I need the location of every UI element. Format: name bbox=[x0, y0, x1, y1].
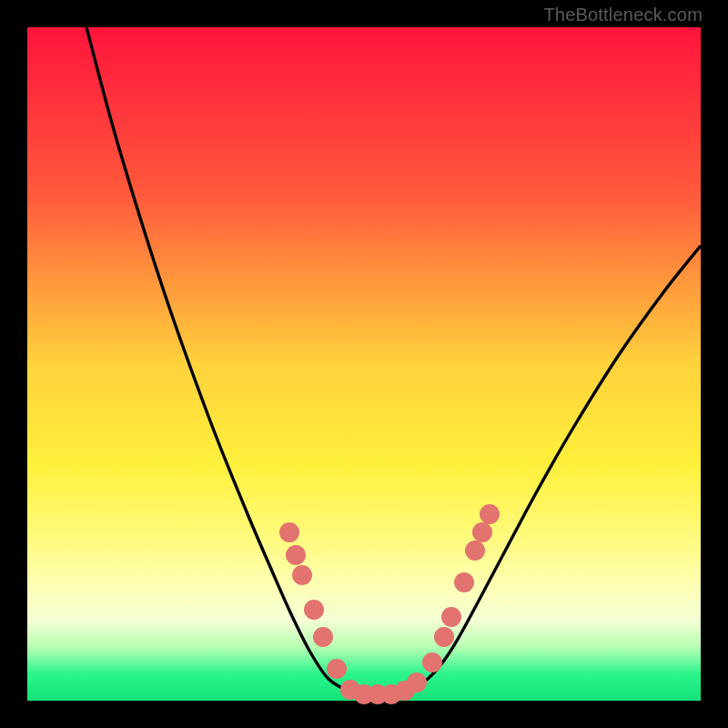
curve-marker bbox=[422, 652, 442, 672]
curve-marker bbox=[454, 572, 474, 592]
curve-marker bbox=[407, 672, 427, 693]
curve-marker bbox=[313, 627, 333, 647]
curve-marker bbox=[434, 627, 454, 647]
chart-frame: TheBottleneck.com bbox=[0, 0, 728, 728]
watermark-text: TheBottleneck.com bbox=[543, 5, 703, 25]
plot-area bbox=[27, 27, 701, 701]
bottleneck-curve bbox=[86, 27, 701, 694]
chart-svg bbox=[27, 27, 701, 701]
curve-marker bbox=[327, 659, 347, 679]
curve-marker bbox=[292, 565, 312, 585]
curve-markers bbox=[279, 504, 500, 704]
curve-marker bbox=[304, 600, 324, 620]
curve-marker bbox=[441, 607, 461, 627]
curve-marker bbox=[472, 522, 492, 542]
curve-marker bbox=[480, 504, 500, 524]
curve-marker bbox=[279, 522, 299, 542]
curve-marker bbox=[286, 545, 306, 565]
curve-marker bbox=[465, 541, 485, 561]
